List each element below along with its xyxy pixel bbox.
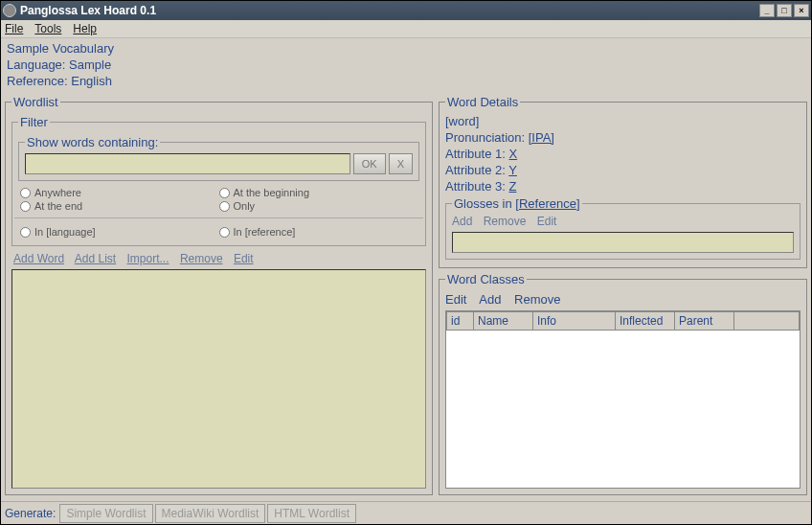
app-window: Panglossa Lex Hoard 0.1 _ □ × File Tools… — [0, 0, 812, 525]
class-edit-button[interactable]: Edit — [445, 292, 466, 307]
wordlist-area[interactable] — [11, 269, 426, 489]
col-info[interactable]: Info — [533, 312, 616, 331]
wordlist-legend: Wordlist — [11, 95, 60, 109]
gloss-remove-button[interactable]: Remove — [484, 215, 527, 228]
word-classes-table[interactable]: id Name Info Inflected Parent — [445, 310, 801, 489]
attr3-row: Attribute 3: Z — [445, 178, 801, 194]
word-classes-toolbar: Edit Add Remove — [445, 290, 801, 310]
remove-word-button[interactable]: Remove — [180, 252, 223, 265]
word-placeholder: [word] — [445, 113, 801, 129]
col-name[interactable]: Name — [474, 312, 533, 331]
class-remove-button[interactable]: Remove — [514, 292, 560, 307]
clear-button[interactable]: X — [389, 153, 413, 174]
close-button[interactable]: × — [794, 4, 809, 17]
import-button[interactable]: Import... — [127, 252, 169, 265]
main-area: Wordlist Filter Show words containing: O… — [1, 93, 811, 501]
word-classes-group: Word Classes Edit Add Remove id Name Inf… — [439, 272, 807, 495]
minimize-button[interactable]: _ — [759, 4, 775, 17]
radio-in-reference[interactable]: In [reference] — [219, 226, 418, 238]
add-list-button[interactable]: Add List — [75, 252, 116, 265]
menu-tools[interactable]: Tools — [34, 22, 61, 35]
scope-radios: In [language] In [reference] — [18, 222, 419, 240]
generate-simple-button[interactable]: Simple Wordlist — [59, 504, 152, 523]
menu-file[interactable]: File — [5, 22, 23, 35]
word-details-group: Word Details [word] Pronunciation: [IPA]… — [439, 95, 807, 268]
right-column: Word Details [word] Pronunciation: [IPA]… — [439, 95, 807, 499]
glosses-area[interactable] — [452, 232, 794, 253]
bottom-bar: Generate: Simple Wordlist MediaWiki Word… — [1, 501, 811, 524]
title-bar: Panglossa Lex Hoard 0.1 _ □ × — [1, 1, 811, 20]
glosses-legend: Glosses in [Reference] — [452, 196, 582, 211]
radio-atbegin[interactable]: At the beginning — [219, 187, 418, 198]
col-id[interactable]: id — [447, 312, 474, 331]
col-empty — [734, 312, 800, 331]
menu-bar: File Tools Help — [1, 20, 811, 38]
col-parent[interactable]: Parent — [675, 312, 734, 331]
wordlist-toolbar: Add Word Add List Import... Remove Edit — [11, 248, 426, 267]
col-inflected[interactable]: Inflected — [616, 312, 675, 331]
add-word-button[interactable]: Add Word — [13, 252, 64, 265]
language-row: Language: Sample — [7, 57, 805, 73]
attr2-row: Attribute 2: Y — [445, 162, 801, 178]
gloss-add-button[interactable]: Add — [452, 215, 472, 228]
word-classes-legend: Word Classes — [445, 272, 527, 286]
word-details-legend: Word Details — [445, 95, 520, 109]
attr1-row: Attribute 1: X — [445, 146, 801, 162]
radio-in-language[interactable]: In [language] — [20, 226, 219, 238]
filter-input[interactable] — [25, 153, 350, 174]
info-bar: Sample Vocabulary Language: Sample Refer… — [1, 38, 811, 93]
edit-word-button[interactable]: Edit — [234, 252, 254, 265]
wordlist-group: Wordlist Filter Show words containing: O… — [5, 95, 433, 495]
left-column: Wordlist Filter Show words containing: O… — [5, 95, 433, 499]
show-group: Show words containing: OK X — [18, 135, 419, 181]
radio-anywhere[interactable]: Anywhere — [20, 187, 219, 198]
pronunciation-row: Pronunciation: [IPA] — [445, 129, 801, 146]
filter-legend: Filter — [18, 115, 50, 129]
app-icon — [3, 4, 16, 17]
position-radios: Anywhere At the beginning At the end Onl… — [18, 183, 419, 214]
reference-row: Reference: English — [7, 73, 805, 89]
show-legend: Show words containing: — [25, 135, 160, 149]
ok-button[interactable]: OK — [353, 153, 386, 174]
filter-group: Filter Show words containing: OK X Anywh… — [11, 115, 426, 246]
radio-atend[interactable]: At the end — [20, 200, 219, 212]
gloss-edit-button[interactable]: Edit — [537, 215, 557, 228]
generate-mediawiki-button[interactable]: MediaWiki Wordlist — [155, 504, 266, 523]
glosses-group: Glosses in [Reference] Add Remove Edit — [445, 196, 801, 260]
generate-html-button[interactable]: HTML Wordlist — [267, 504, 356, 523]
generate-label: Generate: — [5, 507, 56, 520]
radio-only[interactable]: Only — [219, 200, 418, 212]
class-add-button[interactable]: Add — [479, 292, 501, 307]
window-title: Panglossa Lex Hoard 0.1 — [20, 4, 156, 17]
maximize-button[interactable]: □ — [777, 4, 792, 17]
vocab-name: Sample Vocabulary — [7, 40, 805, 57]
menu-help[interactable]: Help — [73, 22, 97, 35]
